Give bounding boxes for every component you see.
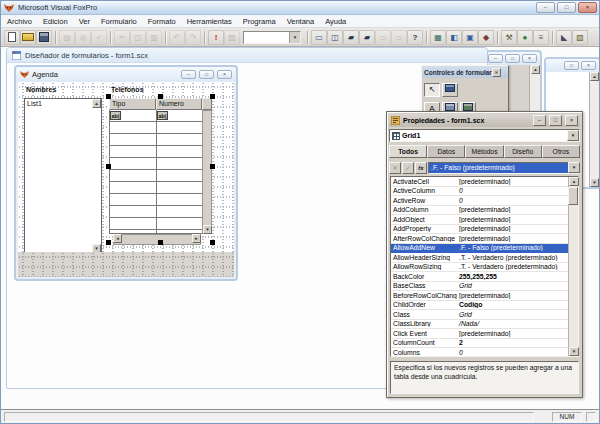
selection-handle[interactable]	[106, 164, 111, 169]
property-row-backcolor[interactable]: BackColor255,255,255	[391, 272, 568, 282]
scroll-down-icon[interactable]: ▼	[569, 347, 579, 356]
cancel-value-button[interactable]: ✕	[389, 162, 401, 174]
toolbox-button[interactable]: ▧	[572, 30, 588, 45]
menu-ventana[interactable]: Ventana	[287, 17, 315, 26]
tab-otros[interactable]: Otros	[542, 145, 580, 158]
tab-diseno[interactable]: Diseño	[504, 145, 542, 158]
maximize-button[interactable]: □	[505, 54, 520, 63]
minimize-button[interactable]: –	[181, 70, 196, 79]
report-designer-button[interactable]: ◫	[327, 30, 343, 45]
form-canvas[interactable]: Nombres Telefonos List1 ▲ ▼ TipoNumero ▼	[18, 82, 234, 277]
tab-order-button[interactable]: ◧	[446, 30, 462, 45]
menu-archivo[interactable]: Archivo	[7, 17, 32, 26]
property-row-allowaddnew[interactable]: AllowAddNew.F. - Falso (predeterminado)	[391, 244, 568, 254]
form-controls-title-bar[interactable]: Controles de formularios ✕	[422, 66, 508, 78]
property-row-class[interactable]: ClassGrid	[391, 310, 568, 320]
scroll-left-icon[interactable]: ◄	[113, 234, 122, 243]
vertical-scrollbar[interactable]: ▲ ▼	[589, 72, 599, 187]
property-row-afterrowcolchange[interactable]: AfterRowColChange[predeterminado]	[391, 234, 568, 244]
database-designer-button[interactable]: ▰	[343, 30, 359, 45]
view-classes-tool[interactable]	[442, 83, 458, 97]
expression-builder-button[interactable]: fx	[415, 162, 427, 174]
minimize-button[interactable]: –	[488, 54, 503, 63]
property-row-allowrowsizing[interactable]: AllowRowSizing.T. - Verdadero (predeterm…	[391, 263, 568, 273]
property-row-childorder[interactable]: ChildOrderCodigo	[391, 301, 568, 311]
selection-handle[interactable]	[210, 164, 215, 169]
dropdown-icon[interactable]: ▼	[568, 162, 580, 173]
label-telefonos[interactable]: Telefonos	[111, 86, 144, 93]
table-designer-button[interactable]: ▰	[359, 30, 375, 45]
property-row-activecolumn[interactable]: ActiveColumn0	[391, 187, 568, 197]
grid-column-header-tipo[interactable]: Tipo	[109, 98, 156, 110]
menu-programa[interactable]: Programa	[243, 17, 276, 26]
new-button[interactable]	[4, 30, 20, 45]
close-button[interactable]: ×	[578, 2, 597, 13]
selection-handle[interactable]	[158, 94, 163, 99]
tab-metodos[interactable]: Métodos	[465, 145, 503, 158]
property-row-addcolumn[interactable]: AddColumn[predeterminado]	[391, 206, 568, 216]
code-window-button[interactable]: ≡	[533, 30, 549, 45]
label-nombres[interactable]: Nombres	[26, 86, 56, 93]
textbox-icon[interactable]: ab|	[110, 111, 121, 120]
builder-button[interactable]: ⚒	[501, 30, 517, 45]
dropdown-icon[interactable]: ▼	[289, 32, 300, 43]
scrollbar-thumb[interactable]	[568, 187, 578, 205]
property-row-classlibrary[interactable]: ClassLibrary/Nada/	[391, 320, 568, 330]
scroll-down-icon[interactable]: ▼	[590, 178, 599, 187]
property-row-activerow[interactable]: ActiveRow0	[391, 196, 568, 206]
properties-scrollbar[interactable]: ▲ ▼	[568, 177, 578, 356]
property-row-activatecell[interactable]: ActivateCell[predeterminado]	[391, 177, 568, 187]
minimize-button[interactable]: –	[536, 2, 555, 13]
textbox-icon[interactable]: ab|	[157, 111, 168, 120]
tab-todos[interactable]: Todos	[389, 145, 427, 158]
agenda-form-window[interactable]: Agenda – □ × Nombres Telefonos List1 ▲ ▼	[14, 65, 238, 281]
grid-horizontal-scrollbar[interactable]: ◄ ►	[113, 234, 201, 245]
accept-value-button[interactable]: ✓	[402, 162, 414, 174]
maximize-button[interactable]: □	[564, 61, 579, 70]
value-combobox[interactable]: .F. - Falso (predeterminado) ▼	[428, 162, 580, 174]
maximize-button[interactable]: □	[557, 2, 576, 13]
property-row-allowheadersizing[interactable]: AllowHeaderSizing.T. - Verdadero (predet…	[391, 253, 568, 263]
property-row-clickevent[interactable]: Click Event[predeterminado]	[391, 329, 568, 339]
grid-lines-button[interactable]: ▦	[430, 30, 446, 45]
scroll-up-icon[interactable]: ▲	[531, 65, 540, 74]
listbox-list1[interactable]: List1 ▲ ▼	[24, 98, 102, 254]
open-button[interactable]	[20, 30, 36, 45]
help-button[interactable]: ?	[407, 30, 423, 45]
tab-datos[interactable]: Datos	[427, 145, 465, 158]
selection-handle[interactable]	[106, 240, 111, 245]
property-row-addproperty[interactable]: AddProperty[predeterminado]	[391, 225, 568, 235]
selection-handle[interactable]	[210, 240, 215, 245]
selection-handle[interactable]	[210, 94, 215, 99]
grid-control[interactable]: TipoNumero ▼ ab| ab|	[109, 98, 212, 234]
property-row-beforerowcolchange[interactable]: BeforeRowColChange[predeterminado]	[391, 291, 568, 301]
menu-edicion[interactable]: Edición	[43, 17, 68, 26]
grid-vertical-scrollbar[interactable]: ▼	[202, 110, 212, 234]
autoformat-button[interactable]: ●	[517, 30, 533, 45]
close-icon[interactable]: ✕	[492, 68, 501, 77]
close-button[interactable]: ×	[217, 70, 232, 79]
menu-herramientas[interactable]: Herramientas	[187, 17, 232, 26]
scroll-right-icon[interactable]: ►	[192, 234, 201, 243]
close-button[interactable]: ×	[565, 115, 578, 126]
form-designer-title-bar[interactable]: Diseñador de formularios - form1.scx	[7, 48, 487, 63]
dropdown-icon[interactable]: ▼	[567, 130, 579, 141]
menu-ver[interactable]: Ver	[79, 17, 90, 26]
scroll-up-icon[interactable]: ▲	[569, 177, 579, 186]
selection-handle[interactable]	[158, 240, 163, 245]
grid-column-header-numero[interactable]: Numero	[156, 98, 202, 110]
scroll-up-icon[interactable]: ▲	[590, 72, 599, 81]
minimize-button[interactable]: –	[533, 115, 546, 126]
agenda-title-bar[interactable]: Agenda – □ ×	[16, 67, 236, 82]
data-environment-button[interactable]: ▣	[462, 30, 478, 45]
properties-title-bar[interactable]: Propiedades - form1.scx – □ ×	[389, 114, 580, 127]
menu-ayuda[interactable]: Ayuda	[325, 17, 346, 26]
close-button[interactable]: ×	[581, 61, 596, 70]
maximize-button[interactable]: □	[199, 70, 214, 79]
document-combo[interactable]: ▼	[243, 31, 301, 44]
save-button[interactable]	[36, 30, 52, 45]
object-selector[interactable]: Grid1 ▼	[389, 129, 580, 142]
select-pointer-tool[interactable]: ↖	[424, 83, 440, 97]
run-button[interactable]: !	[208, 30, 224, 45]
menu-formulario[interactable]: Formulario	[101, 17, 137, 26]
